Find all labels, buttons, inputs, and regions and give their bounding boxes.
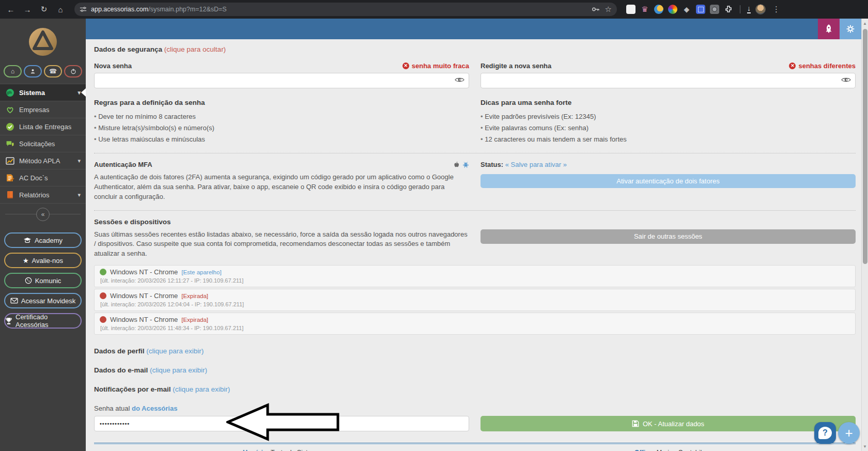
sidebar-item-label: Lista de Entregas — [19, 123, 71, 131]
academy-button[interactable]: Academy — [4, 232, 82, 248]
footer-user: Usuário: Teste de Sistema — [94, 449, 469, 451]
bookmark-star-icon[interactable]: ☆ — [605, 5, 612, 14]
session-row[interactable]: Windows NT - Chrome [Expirada] [últ. int… — [94, 289, 856, 311]
blue-extension-icon[interactable] — [696, 5, 705, 14]
notifications-section-link[interactable]: (clique para exibir) — [173, 385, 230, 393]
chat-bubbles-icon — [5, 139, 14, 148]
browser-menu-icon[interactable]: ⋮ — [770, 5, 782, 14]
document-pencil-icon — [5, 174, 14, 182]
crown-extension-icon[interactable]: ♛ — [640, 5, 649, 14]
sidebar-item-ac-docs[interactable]: AC Doc`s — [0, 169, 86, 186]
academy-label: Academy — [35, 237, 63, 244]
session-status-dot — [100, 292, 106, 299]
sidebar-item-label: Método APLA — [19, 157, 60, 165]
scrollbar-thumb[interactable] — [863, 29, 867, 264]
current-password-field-block — [94, 416, 469, 431]
add-button[interactable]: + — [838, 422, 860, 444]
new-password-input[interactable] — [94, 73, 469, 88]
phone-quick-button[interactable]: ☎ — [44, 65, 62, 77]
downloads-icon[interactable]: ↓ — [747, 5, 751, 13]
session-row[interactable]: Windows NT - Chrome [Expirada] [últ. int… — [94, 313, 856, 335]
scroll-up-icon[interactable]: ▲ — [862, 20, 868, 27]
power-quick-button[interactable] — [64, 65, 82, 77]
session-row[interactable]: Windows NT - Chrome [Este aparelho] [últ… — [94, 265, 856, 287]
sidebar-item-sistema[interactable]: Sistema ▾ — [0, 84, 86, 101]
gear-icon[interactable] — [840, 19, 861, 39]
session-status: [Expirada] — [181, 317, 208, 323]
sessions-description: Suas últimas sessões recentes estão list… — [94, 230, 469, 259]
star-icon: ★ — [23, 257, 29, 265]
rule-item: Misture letra(s)/símbolo(s) e número(s) — [94, 122, 469, 133]
sidebar-item-solicitacoes[interactable]: Solicitações — [0, 135, 86, 152]
moon-extension-icon[interactable] — [654, 5, 663, 14]
heart-icon — [5, 105, 14, 114]
certificado-acessorias-button[interactable]: Certificado Acessórias — [4, 313, 82, 329]
address-bar[interactable]: app.acessorias.com/sysmain.php?m=12&sD=S… — [74, 3, 617, 16]
komunic-button[interactable]: Komunic — [4, 273, 82, 288]
password-key-icon[interactable] — [592, 6, 600, 12]
book-icon — [5, 191, 14, 199]
ok-update-button[interactable]: OK - Atualizar dados — [481, 416, 856, 431]
logout-other-sessions-button[interactable]: Sair de outras sessões — [481, 229, 856, 244]
dotted-divider — [94, 153, 856, 153]
section-title-row: Dados de segurança (clique para ocultar) — [94, 45, 856, 53]
back-icon[interactable]: ← — [4, 3, 18, 16]
session-detail: [últ. interação: 20/03/2026 11:48:34 - I… — [100, 325, 850, 331]
extensions-puzzle-icon[interactable] — [724, 5, 733, 14]
session-status: [Este aparelho] — [181, 269, 221, 275]
mfa-title: Autenticação MFA — [94, 161, 152, 168]
forward-icon[interactable]: → — [21, 3, 34, 16]
home-quick-button[interactable]: ⌂ — [4, 65, 22, 77]
sessions-title: Sessões e dispositivos — [94, 218, 469, 226]
activate-mfa-button[interactable]: Ativar autenticação de dois fatores — [481, 174, 856, 188]
eye-icon[interactable] — [841, 76, 851, 83]
session-detail: [últ. interação: 20/03/2026 12:11:27 - I… — [100, 277, 850, 284]
rocket-button[interactable] — [818, 19, 840, 39]
sidebar-item-label: Empresas — [19, 106, 50, 114]
sidebar-collapse-button[interactable]: « — [36, 208, 50, 221]
sidebar-item-empresas[interactable]: Empresas — [0, 101, 86, 118]
camera-extension-icon[interactable] — [710, 5, 719, 14]
footer-divider — [94, 443, 856, 444]
email-section-link[interactable]: (clique para exibir) — [150, 366, 207, 374]
profile-section-link[interactable]: (clique para exibir) — [146, 347, 204, 355]
user-quick-button[interactable] — [24, 65, 42, 77]
help-button[interactable]: ? — [814, 422, 836, 444]
check-circle-icon — [5, 122, 14, 131]
sidebar-item-lista-de-entregas[interactable]: Lista de Entregas — [0, 118, 86, 135]
sidebar-item-label: AC Doc`s — [19, 174, 48, 182]
globe-icon — [5, 88, 14, 97]
user-value: Teste de Sistema — [271, 449, 320, 451]
profile-section-toggle: Dados de perfil (clique para exibir) — [94, 347, 856, 355]
diamond-extension-icon[interactable]: ◆ — [682, 5, 691, 14]
notes-extension-icon[interactable] — [626, 5, 636, 14]
eye-icon[interactable] — [455, 76, 464, 83]
password-tips-block: Dicas para uma senha forte Evite padrões… — [481, 99, 856, 145]
avalie-nos-button[interactable]: ★ Avalie-nos — [4, 253, 82, 268]
sidebar-item-relatorios[interactable]: Relatórios ▾ — [0, 186, 86, 204]
site-settings-icon[interactable] — [80, 6, 87, 13]
security-toggle-link[interactable]: (clique para ocultar) — [164, 45, 226, 53]
chevron-down-icon: ▾ — [78, 192, 81, 198]
current-password-label-row: Senha atual do Acessórias — [94, 405, 856, 413]
new-password-block: Nova senha ✕ senha muito fraca — [94, 61, 469, 88]
apple-icon — [453, 161, 459, 168]
mfa-status-link[interactable]: « Salve para ativar » — [505, 161, 567, 168]
acessar-movidesk-button[interactable]: Acessar Movidesk — [4, 293, 82, 308]
current-password-link[interactable]: do Acessórias — [132, 405, 177, 412]
reload-icon[interactable]: ↻ — [37, 3, 51, 16]
retype-password-input[interactable] — [481, 73, 856, 88]
password-match-text: senhas diferentes — [798, 62, 856, 70]
sidebar-item-metodo-apla[interactable]: Método APLA ▾ — [0, 152, 86, 169]
colorwheel-extension-icon[interactable] — [668, 5, 677, 14]
rule-item: Use letras maiúsculas e minúsculas — [94, 133, 469, 145]
current-password-input[interactable] — [94, 416, 469, 431]
scroll-down-icon[interactable]: ▼ — [862, 443, 868, 450]
retype-password-block: Redigite a nova senha ✕ senhas diferente… — [481, 61, 856, 88]
home-icon[interactable]: ⌂ — [54, 3, 67, 16]
notifications-section-toggle: Notificações por e-mail (clique para exi… — [94, 385, 856, 393]
page-scrollbar[interactable]: ▲ ▼ — [861, 19, 868, 451]
rules-title: Regras para a definição da senha — [94, 99, 469, 106]
office-value: Marina Contabil — [657, 449, 702, 451]
profile-avatar[interactable] — [755, 4, 766, 14]
